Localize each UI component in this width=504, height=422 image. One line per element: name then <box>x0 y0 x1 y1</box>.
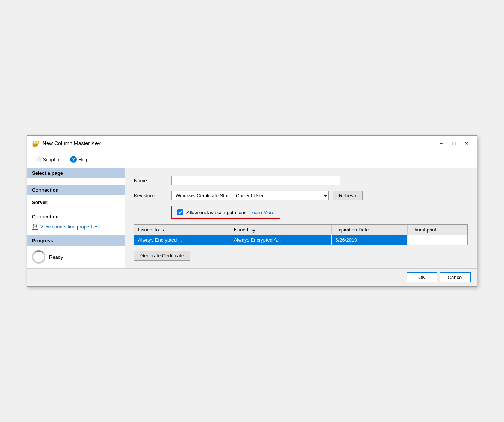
sidebar: Select a page Connection Server: . Conne… <box>27 168 125 268</box>
progress-status-text: Ready <box>49 254 63 260</box>
certificate-table-wrapper: Issued To ▲ Issued By Expiration Date Th… <box>134 224 468 245</box>
enclave-box: Allow enclave computations Learn More <box>171 206 280 219</box>
maximize-button[interactable]: □ <box>448 139 459 148</box>
keystore-label: Key store: <box>134 193 168 198</box>
col-issued-to[interactable]: Issued To ▲ <box>134 225 230 235</box>
ok-button[interactable]: OK <box>407 272 437 282</box>
connection-header: Connection <box>27 185 124 195</box>
col-issued-by-label: Issued By <box>234 227 255 233</box>
content-area: Name: Key store: Windows Certificate Sto… <box>125 168 477 268</box>
window-icon: 🔐 <box>32 140 39 147</box>
script-button[interactable]: 📄 Script ▼ <box>32 155 64 164</box>
server-value: . <box>32 206 33 212</box>
title-bar-controls: − □ ✕ <box>435 139 472 148</box>
footer: OK Cancel <box>27 268 477 286</box>
progress-header: Progress <box>27 236 124 246</box>
progress-status-area: Ready <box>27 246 124 268</box>
table-header: Issued To ▲ Issued By Expiration Date Th… <box>134 225 467 235</box>
help-button[interactable]: ? Help <box>67 154 92 165</box>
select-page-header: Select a page <box>27 168 124 178</box>
col-thumbprint-label: Thumbprint <box>411 227 436 233</box>
progress-spinner <box>32 250 45 264</box>
refresh-button[interactable]: Refresh <box>333 191 363 200</box>
cell-issued-to: Always Encrypted ... <box>134 235 230 245</box>
keystore-row: Key store: Windows Certificate Store - C… <box>134 191 468 200</box>
view-connection-label: View connection properties <box>40 224 99 230</box>
cell-thumbprint <box>408 235 467 245</box>
connection-label: Connection: <box>32 214 120 219</box>
server-label: Server: <box>32 200 120 205</box>
help-icon: ? <box>70 156 77 163</box>
name-label: Name: <box>134 178 168 183</box>
cell-issued-by: Always Encrypted A... <box>230 235 332 245</box>
table-body: Always Encrypted ... Always Encrypted A.… <box>134 235 467 245</box>
cancel-button[interactable]: Cancel <box>440 272 471 282</box>
sort-asc-icon: ▲ <box>162 228 165 232</box>
script-dropdown-arrow: ▼ <box>57 158 60 162</box>
enclave-checkbox[interactable] <box>177 209 183 215</box>
certificate-table: Issued To ▲ Issued By Expiration Date Th… <box>134 225 467 245</box>
keystore-select[interactable]: Windows Certificate Store - Current User… <box>171 191 329 200</box>
col-issued-to-label: Issued To <box>138 227 159 233</box>
connection-icon: ⚙ <box>32 222 38 231</box>
main-window: 🔐 New Column Master Key − □ ✕ 📄 Script ▼… <box>27 135 477 287</box>
enclave-label: Allow enclave computations <box>186 210 246 215</box>
col-issued-by[interactable]: Issued By <box>230 225 332 235</box>
col-thumbprint[interactable]: Thumbprint <box>408 225 467 235</box>
table-row[interactable]: Always Encrypted ... Always Encrypted A.… <box>134 235 467 245</box>
connection-field: Connection: <box>32 214 120 219</box>
minimize-button[interactable]: − <box>435 139 447 148</box>
col-expiration-date[interactable]: Expiration Date <box>332 225 408 235</box>
learn-more-link[interactable]: Learn More <box>249 210 274 215</box>
generate-certificate-button[interactable]: Generate Certificate <box>134 251 190 261</box>
view-connection-link[interactable]: ⚙ View connection properties <box>32 222 120 231</box>
progress-section: Progress Ready <box>27 235 124 268</box>
window-title: New Column Master Key <box>42 140 432 146</box>
cell-expiration-date: 6/26/2019 <box>332 235 408 245</box>
table-header-row: Issued To ▲ Issued By Expiration Date Th… <box>134 225 467 235</box>
script-label: Script <box>43 157 55 162</box>
name-input[interactable] <box>171 176 340 185</box>
help-label: Help <box>78 157 88 162</box>
toolbar: 📄 Script ▼ ? Help <box>27 151 477 168</box>
close-button[interactable]: ✕ <box>461 139 472 148</box>
server-field: Server: . <box>32 200 120 212</box>
col-expiration-label: Expiration Date <box>336 227 369 233</box>
main-layout: Select a page Connection Server: . Conne… <box>27 168 477 268</box>
connection-content: Server: . Connection: ⚙ View connection … <box>27 195 124 235</box>
name-row: Name: <box>134 176 468 185</box>
title-bar: 🔐 New Column Master Key − □ ✕ <box>27 136 477 151</box>
script-icon: 📄 <box>35 157 41 162</box>
